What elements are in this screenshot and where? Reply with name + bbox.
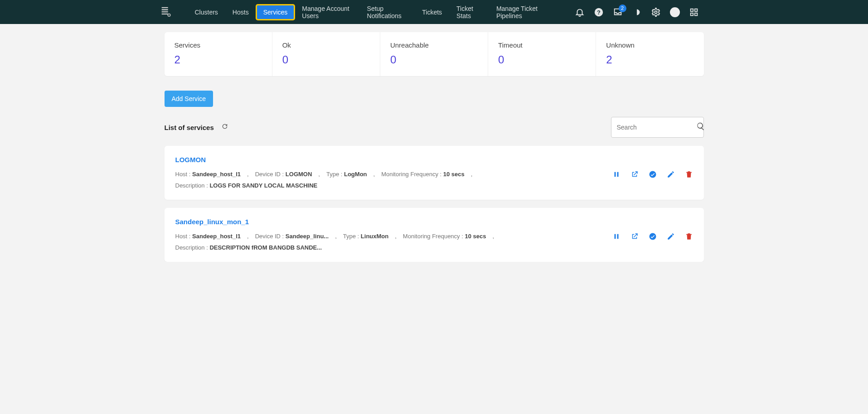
nav-item-setup-notifications[interactable]: Setup Notifications <box>361 2 414 23</box>
service-meta: Host : Sandeep_host_l1 , Device ID : San… <box>175 233 612 251</box>
meta-type: Type : LogMon <box>326 171 367 178</box>
meta-freq: Monitoring Frequency : 10 secs <box>381 171 465 178</box>
refresh-icon[interactable] <box>221 123 228 132</box>
search-box[interactable] <box>611 117 704 138</box>
stat-value: 0 <box>498 53 586 66</box>
meta-desc: Description : LOGS FOR SANDY LOCAL MASCH… <box>175 182 318 189</box>
svg-rect-5 <box>690 13 693 15</box>
stat-card: Unreachable0 <box>380 32 488 76</box>
delete-icon[interactable] <box>685 232 693 241</box>
inbox-icon[interactable]: 2 <box>613 7 623 17</box>
stat-label: Ok <box>282 41 370 49</box>
open-icon[interactable] <box>630 170 639 178</box>
page: Services2Ok0Unreachable0Timeout0Unknown2… <box>165 24 704 262</box>
help-icon[interactable]: ? <box>594 7 604 17</box>
svg-rect-6 <box>694 13 697 15</box>
meta-host: Host : Sandeep_host_l1 <box>175 233 241 240</box>
meta-device-id: Device ID : LOGMON <box>255 171 312 178</box>
search-icon <box>696 122 705 133</box>
meta-desc: Description : DESCRIPTION fROM BANGDB SA… <box>175 244 322 251</box>
check-icon[interactable] <box>649 170 657 178</box>
svg-point-2 <box>655 11 657 14</box>
settings-icon[interactable] <box>651 7 661 17</box>
inbox-badge: 2 <box>619 5 626 12</box>
nav-item-services[interactable]: Services <box>257 5 294 19</box>
service-meta: Host : Sandeep_host_l1 , Device ID : LOG… <box>175 171 612 189</box>
svg-text:?: ? <box>597 9 601 15</box>
stat-card: Unknown2 <box>596 32 703 76</box>
topbar-right: ? 2 <box>575 7 699 17</box>
pause-icon[interactable] <box>612 170 621 178</box>
service-actions <box>612 156 693 189</box>
meta-host: Host : Sandeep_host_l1 <box>175 171 241 178</box>
svg-rect-4 <box>694 9 697 11</box>
stat-card: Services2 <box>165 32 272 76</box>
meta-freq: Monitoring Frequency : 10 secs <box>403 233 486 240</box>
topbar: ClustersHostsServicesManage Account User… <box>0 0 868 24</box>
avatar[interactable] <box>670 7 680 17</box>
stat-card: Ok0 <box>272 32 380 76</box>
stat-value: 0 <box>390 53 478 66</box>
nav: ClustersHostsServicesManage Account User… <box>188 0 557 24</box>
stat-label: Timeout <box>498 41 586 49</box>
svg-rect-3 <box>690 9 693 11</box>
service-card: LOGMONHost : Sandeep_host_l1 , Device ID… <box>165 146 704 200</box>
nav-item-clusters[interactable]: Clusters <box>189 5 224 19</box>
theme-icon[interactable] <box>632 7 642 17</box>
nav-item-manage-ticket-pipelines[interactable]: Manage Ticket Pipelines <box>490 2 556 23</box>
add-service-button[interactable]: Add Service <box>165 91 213 107</box>
service-title[interactable]: LOGMON <box>175 156 612 164</box>
stat-label: Services <box>175 41 262 49</box>
stat-card: Timeout0 <box>488 32 596 76</box>
open-icon[interactable] <box>630 232 639 241</box>
nav-item-manage-account-users[interactable]: Manage Account Users <box>296 2 359 23</box>
logo-icon <box>160 5 172 19</box>
edit-icon[interactable] <box>667 170 675 178</box>
service-actions <box>612 218 693 251</box>
stat-value: 2 <box>175 53 262 66</box>
svg-point-8 <box>649 233 656 240</box>
list-header: List of services <box>165 117 704 138</box>
list-title: List of services <box>165 124 214 131</box>
edit-icon[interactable] <box>667 232 675 241</box>
meta-device-id: Device ID : Sandeep_linu... <box>255 233 329 240</box>
stat-value: 2 <box>606 53 693 66</box>
delete-icon[interactable] <box>685 170 693 178</box>
svg-point-7 <box>649 171 656 178</box>
stats-row: Services2Ok0Unreachable0Timeout0Unknown2 <box>165 32 704 76</box>
bell-icon[interactable] <box>575 7 585 17</box>
service-card: Sandeep_linux_mon_1Host : Sandeep_host_l… <box>165 208 704 262</box>
apps-icon[interactable] <box>689 7 699 17</box>
nav-item-tickets[interactable]: Tickets <box>416 5 448 19</box>
stat-label: Unreachable <box>390 41 478 49</box>
services-list: LOGMONHost : Sandeep_host_l1 , Device ID… <box>165 146 704 262</box>
check-icon[interactable] <box>649 232 657 241</box>
nav-item-hosts[interactable]: Hosts <box>226 5 255 19</box>
nav-item-ticket-stats[interactable]: Ticket Stats <box>450 2 488 23</box>
service-title[interactable]: Sandeep_linux_mon_1 <box>175 218 612 226</box>
stat-label: Unknown <box>606 41 693 49</box>
pause-icon[interactable] <box>612 232 621 241</box>
meta-type: Type : LinuxMon <box>343 233 388 240</box>
stat-value: 0 <box>282 53 370 66</box>
search-input[interactable] <box>617 124 696 131</box>
